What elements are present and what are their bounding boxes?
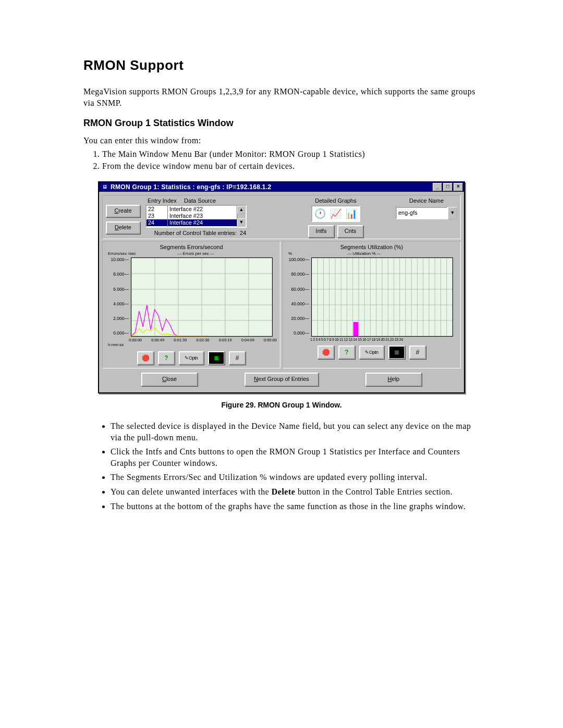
table-row[interactable]: 22 [146, 206, 167, 213]
utilization-plot [311, 257, 453, 337]
gauge-icon: 🕐 [314, 208, 326, 219]
intfs-button[interactable]: Intfs [308, 225, 334, 238]
chart-tool-button[interactable]: 🛑 [317, 346, 334, 359]
steps-list: The Main Window Menu Bar (under Monitor:… [102, 149, 480, 172]
list-item: The selected device is displayed in the … [111, 421, 480, 443]
chart-tool-button[interactable]: 🛑 [137, 351, 154, 365]
device-name-select[interactable]: eng-gfs ▼ [396, 207, 457, 219]
bar-chart-icon: 📊 [346, 208, 357, 219]
chart-tool-button[interactable]: # [229, 351, 246, 365]
control-table-count: Number of Control Table entries: 24 [145, 230, 255, 236]
list-scrollbar[interactable]: ▲ ▼ [237, 206, 246, 227]
errors-xticks: 0:00:000:00:490:01:390:02:300:03:190:04:… [129, 338, 277, 342]
chevron-down-icon[interactable]: ▼ [448, 207, 457, 219]
subsection-title: RMON Group 1 Statistics Window [83, 118, 480, 129]
table-row[interactable]: 24 [146, 219, 167, 226]
figure-caption: Figure 29. RMON Group 1 Window. [83, 401, 480, 409]
rmon-window: 🖥 RMON Group 1: Statistics : eng-gfs : I… [98, 181, 465, 393]
bullet-list: The selected device is displayed in the … [83, 421, 480, 512]
list-item: The buttons at the bottom of the graphs … [111, 501, 480, 512]
chart-tool-button[interactable]: ✎Optn [359, 346, 384, 359]
data-source-header: Data Source [184, 198, 216, 204]
list-item: The Main Window Menu Bar (under Monitor:… [102, 149, 480, 160]
scroll-up-icon[interactable]: ▲ [237, 206, 246, 214]
utilization-yticks: 100.000—80.000—60.000—40.000—20.000—0.00… [286, 257, 311, 336]
delete-button[interactable]: Delete [106, 221, 140, 234]
create-button[interactable]: Create [106, 205, 140, 217]
errors-plot [131, 257, 273, 337]
list-item: The Segments Errors/Sec and Utilization … [111, 472, 480, 483]
device-name-value: eng-gfs [396, 207, 448, 219]
svg-rect-44 [353, 322, 358, 336]
errors-chart-panel: Segments Errors/second Errors/sec /sec -… [102, 241, 280, 368]
app-icon: 🖥 [101, 183, 108, 191]
detailed-graphs-label: Detailed Graphs [315, 198, 357, 204]
window-title: RMON Group 1: Statistics : eng-gfs : IP=… [111, 183, 271, 191]
detailed-graphs-icons: 🕐 📈 📊 [311, 205, 360, 222]
help-button[interactable]: Help [365, 373, 422, 386]
cnts-button[interactable]: Cnts [337, 225, 363, 238]
utilization-axis-title: --- Utilization % --- [347, 251, 381, 257]
entry-index-header: Entry Index [148, 198, 184, 204]
maximize-button[interactable]: □ [443, 183, 452, 191]
lead-text: You can enter this window from: [83, 135, 480, 146]
chart-tool-button[interactable]: ? [338, 346, 355, 359]
list-item: From the device window menu bar of certa… [102, 161, 480, 172]
utilization-chart-panel: Segments Utilization (%) % --- Utilizati… [283, 241, 461, 368]
device-name-label: Device Name [409, 198, 444, 204]
intro-text: MegaVision supports RMON Groups 1,2,3,9 … [83, 86, 480, 108]
table-row[interactable]: Interface #23 [168, 213, 237, 219]
errors-chart-title: Segments Errors/second [106, 244, 277, 250]
utilization-xticks: 1 2 3 4 5 6 7 8 9 10 11 12 13 14 15 16 1… [310, 338, 457, 341]
table-row[interactable]: Interface #22 [168, 206, 237, 213]
utilization-chart-title: Segments Utilization (%) [286, 244, 457, 250]
chart-tool-button[interactable]: ≣ [388, 346, 405, 359]
chart-tool-button[interactable]: ✎Optn [179, 351, 204, 365]
control-table-list[interactable]: 22 23 24 Interface #22 Interface #23 Int… [145, 205, 247, 228]
line-chart-icon: 📈 [330, 208, 341, 219]
next-group-button[interactable]: Next Group of Entries [244, 373, 319, 386]
chart-tool-button[interactable]: # [409, 346, 426, 359]
chart-tool-button[interactable]: ? [158, 351, 175, 365]
table-row[interactable]: 23 [146, 213, 167, 219]
close-button[interactable]: Close [141, 373, 198, 386]
errors-xlabel: h:mm:ss [108, 342, 277, 347]
close-window-button[interactable]: × [454, 183, 463, 191]
section-title: RMON Support [83, 57, 480, 73]
errors-axis-title: --- Errors per sec --- [177, 251, 214, 257]
minimize-button[interactable]: _ [433, 183, 442, 191]
scroll-down-icon[interactable]: ▼ [237, 218, 246, 227]
chart-tool-button[interactable]: ≣ [208, 351, 225, 365]
list-item: Click the Intfs and Cnts buttons to open… [111, 446, 480, 468]
list-item: You can delete unwanted interfaces with … [111, 486, 480, 498]
window-titlebar[interactable]: 🖥 RMON Group 1: Statistics : eng-gfs : I… [99, 182, 464, 192]
table-row[interactable]: Interface #24 [168, 219, 237, 226]
errors-yticks: 10.000—8.000—6.000—4.000—2.000—0.000— [106, 257, 131, 336]
